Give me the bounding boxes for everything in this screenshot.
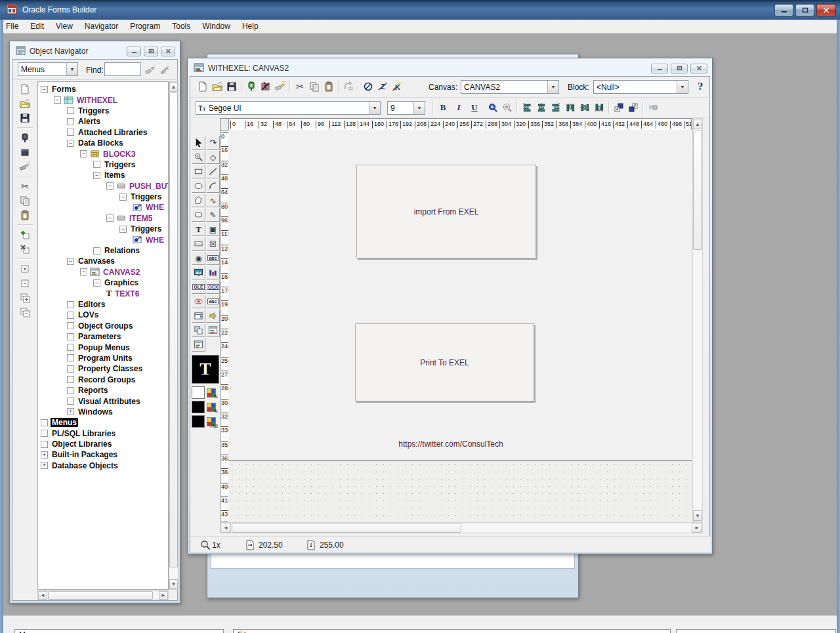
tree-node-push-butt[interactable]: −PUSH_BUTT xyxy=(38,181,168,192)
canvas-vscroll-down-arrow[interactable]: ▼ xyxy=(693,510,702,521)
run-form-icon[interactable]: 8 xyxy=(244,79,259,94)
expand-box[interactable]: + xyxy=(67,408,74,415)
menu-view[interactable]: View xyxy=(50,20,79,32)
palette-tool-image-item[interactable] xyxy=(192,266,205,279)
tree-node-data-blocks[interactable]: −Data Blocks xyxy=(38,138,168,148)
expand-box[interactable] xyxy=(67,376,74,383)
new-icon[interactable] xyxy=(196,79,210,94)
tree-node-item5[interactable]: −ITEM5 xyxy=(38,213,168,224)
palette-tool-polyline[interactable]: ∿ xyxy=(206,194,220,207)
expand-box[interactable] xyxy=(67,118,74,125)
palette-tool-reshape[interactable]: ◇ xyxy=(206,150,220,164)
expand-box[interactable] xyxy=(41,441,48,448)
scope-combo-arrow-icon[interactable]: ▼ xyxy=(66,63,77,75)
expand-box[interactable]: − xyxy=(80,268,87,276)
navigator-hscroll-thumb[interactable] xyxy=(48,591,153,600)
palette-tool-canvas-view[interactable] xyxy=(206,323,220,337)
palette-tool-text-item[interactable]: abc xyxy=(206,251,220,265)
canvas-vscrollbar[interactable]: ▲ ▼ xyxy=(692,118,703,521)
fill-color-swatch[interactable] xyxy=(192,386,205,399)
canvas-window-titlebar[interactable]: WITHEXEL: CANVAS2 xyxy=(190,60,710,76)
navigator-vscrollbar[interactable]: ▲ ▼ xyxy=(169,81,178,590)
palette-tool-activex-control[interactable]: OCX xyxy=(206,280,220,294)
palette-tool-chart-item[interactable] xyxy=(206,266,220,279)
text-color-well[interactable]: Aa xyxy=(192,415,216,428)
navigator-close-button[interactable] xyxy=(161,47,175,56)
expand-box[interactable] xyxy=(67,301,74,308)
palette-tool-ellipse[interactable] xyxy=(192,179,205,193)
canvas-hscroll-right-arrow[interactable]: ► xyxy=(692,523,702,533)
bold-button[interactable]: B xyxy=(436,100,450,115)
open-icon[interactable] xyxy=(18,96,32,111)
canvas-combo-arrow-icon[interactable]: ▼ xyxy=(547,81,558,93)
tree-node-editors[interactable]: Editors xyxy=(38,299,168,310)
cut-icon[interactable]: ✂ xyxy=(18,179,32,194)
palette-tool-pointer[interactable] xyxy=(192,136,205,150)
canvas-text-link[interactable]: https://twitter.com/ConsulTech xyxy=(359,439,543,449)
expand-box[interactable]: − xyxy=(93,279,100,287)
menu-help[interactable]: Help xyxy=(236,20,264,32)
expand-box[interactable] xyxy=(67,129,74,136)
expand-box[interactable] xyxy=(67,344,74,351)
scope-combo[interactable]: Menus ▼ xyxy=(18,62,78,76)
tree-node-lovs[interactable]: LOVs xyxy=(38,310,168,320)
menu-edit[interactable]: Edit xyxy=(24,20,50,32)
canvas-vscroll-up-arrow[interactable]: ▲ xyxy=(693,119,702,129)
italic-button[interactable]: I xyxy=(452,100,466,115)
canvas-close-button[interactable] xyxy=(690,64,707,73)
palette-tool-text-abc[interactable]: abc xyxy=(206,295,220,308)
expand-box[interactable]: − xyxy=(67,140,74,147)
menu-navigator[interactable]: Navigator xyxy=(79,20,124,32)
tree-node-visual-attributes[interactable]: Visual Attributes xyxy=(38,396,168,406)
expand-all-icon[interactable] xyxy=(18,291,32,305)
zoom-out-icon[interactable] xyxy=(500,100,514,115)
font-size-combo[interactable]: 9 ▼ xyxy=(387,101,425,115)
close-button[interactable] xyxy=(816,4,836,16)
block-combo-arrow-icon[interactable]: ▼ xyxy=(677,81,688,93)
canvas-minimize-button[interactable] xyxy=(651,64,668,73)
palette-tool-rounded-rectangle[interactable] xyxy=(192,208,205,222)
palette-tool-polygon[interactable] xyxy=(192,194,205,207)
tree-node-object-groups[interactable]: Object Groups xyxy=(38,321,168,331)
edit-zorder-icon[interactable]: Z xyxy=(375,79,390,94)
palette-tool-magnify[interactable] xyxy=(192,150,205,164)
menu-file[interactable]: File xyxy=(0,20,24,32)
delete-icon[interactable] xyxy=(18,242,32,256)
zoom-in-icon[interactable] xyxy=(486,100,500,115)
tree-node-canvas2[interactable]: −CANVAS2 xyxy=(38,267,168,277)
tree-node-object-libraries[interactable]: Object Libraries xyxy=(38,439,168,449)
palette-tool-iconic-button[interactable]: ☒ xyxy=(206,237,220,251)
fill-color-icon[interactable]: ✎ xyxy=(207,388,216,398)
navigator-restore-button[interactable] xyxy=(144,47,158,56)
font-name-arrow-icon[interactable]: ▼ xyxy=(369,102,380,114)
font-size-arrow-icon[interactable]: ▼ xyxy=(413,102,425,114)
flashlight-icon[interactable] xyxy=(273,79,287,94)
redo-gray-icon[interactable] xyxy=(341,79,356,94)
palette-tool-push-button[interactable] xyxy=(192,237,205,251)
tree-node-alerts[interactable]: Alerts xyxy=(38,116,168,127)
tree-node-popup-menus[interactable]: Popup Menus xyxy=(38,342,168,352)
expand-box[interactable] xyxy=(67,398,74,405)
tree-node-withexel[interactable]: −WITHEXEL xyxy=(38,94,168,105)
line-color-icon[interactable]: ✎ xyxy=(207,403,216,412)
help-icon[interactable]: ? xyxy=(698,80,704,93)
palette-tool-frame[interactable]: ▣ xyxy=(206,222,220,236)
block-combo[interactable]: <Null> ▼ xyxy=(593,80,688,94)
tree-node-program-units[interactable]: Program Units xyxy=(38,353,168,363)
tree-node-built-in-packages[interactable]: +Built-in Packages xyxy=(38,449,168,460)
font-name-combo[interactable]: TT Segoe UI ▼ xyxy=(196,101,381,115)
navigator-hscroll-right-arrow[interactable]: ► xyxy=(159,591,168,600)
underline-button[interactable]: U xyxy=(467,100,482,115)
prompt-gray-icon[interactable]: P xyxy=(646,100,660,115)
paste-icon[interactable] xyxy=(322,79,336,94)
tree-node-triggers[interactable]: Triggers xyxy=(38,106,168,116)
expand-box[interactable]: − xyxy=(119,194,127,201)
expand-box[interactable]: − xyxy=(106,214,114,222)
palette-tool-stacked-canvas[interactable] xyxy=(192,323,205,337)
expand-box[interactable] xyxy=(93,161,100,168)
compile-dark-icon[interactable] xyxy=(18,145,32,159)
expand-box[interactable]: − xyxy=(54,96,61,104)
navigator-vscroll-up-arrow[interactable]: ▲ xyxy=(169,82,178,92)
copy-icon[interactable] xyxy=(18,194,32,208)
bring-front-icon[interactable] xyxy=(612,100,626,115)
